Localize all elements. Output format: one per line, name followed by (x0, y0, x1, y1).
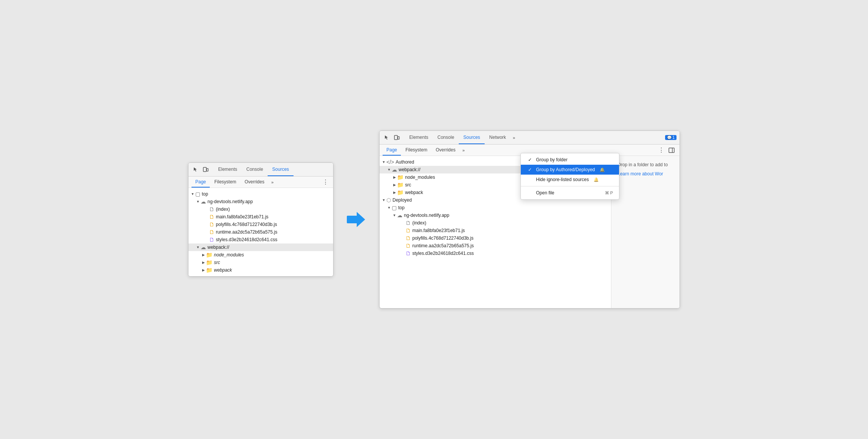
label-webpack: webpack:// (207, 245, 229, 250)
label-netlify: ng-devtools.netlify.app (207, 199, 253, 204)
left-tab-filesystem[interactable]: Filesystem (211, 177, 240, 188)
menu-separator (521, 186, 619, 186)
tree-arrow-r-webpack: ▼ (386, 168, 392, 172)
menu-label-group-authored: Group by Authored/Deployed (536, 167, 595, 172)
file-icon-d-main: 🗋 (405, 227, 411, 234)
right-tab-overrides[interactable]: Overrides (432, 145, 459, 156)
tree-item-d-styles[interactable]: 🗋 styles.d3e2b24618d2c641.css (380, 250, 611, 257)
menu-item-open-file[interactable]: Open file ⌘ P (521, 188, 619, 198)
code-icon-authored: </> (386, 159, 394, 165)
tree-item-d-main[interactable]: 🗋 main.fa8bfa0e23f1eb71.js (380, 227, 611, 234)
right-tab-filesystem[interactable]: Filesystem (402, 145, 431, 156)
right-more-toolbar-tabs[interactable]: » (511, 131, 517, 144)
tree-arrow-r-src: ▶ (392, 183, 397, 187)
label-d-runtime: runtime.aa2dc5a72b65a575.js (412, 243, 474, 248)
tree-item-index[interactable]: 🗋 (index) (188, 205, 333, 213)
svg-rect-3 (398, 137, 399, 139)
tree-arrow-webpack-folder: ▶ (201, 268, 206, 272)
tree-item-d-polyfills[interactable]: 🗋 polyfills.4c768d7122740d3b.js (380, 234, 611, 242)
tree-item-src[interactable]: ▶ 📁 src (188, 259, 333, 266)
label-webpack-folder: webpack (214, 267, 232, 273)
left-file-tree: ▼ ▢ top ▼ ☁ ng-devtools.netlify.app 🗋 (i… (188, 188, 333, 276)
label-r-node-modules: node_modules (405, 175, 435, 180)
tree-item-main-js[interactable]: 🗋 main.fa8bfa0e23f1eb71.js (188, 213, 333, 221)
svg-rect-0 (203, 167, 206, 172)
notification-badge: 💬 1 (665, 135, 677, 140)
menu-label-hide-ignore: Hide ignore-listed sources (536, 177, 589, 182)
tree-arrow-authored: ▼ (381, 160, 386, 164)
arrow-container (345, 210, 368, 229)
menu-item-group-by-folder[interactable]: ✓ Group by folder (521, 155, 619, 165)
menu-item-hide-ignore[interactable]: Hide ignore-listed sources 🔔 (521, 175, 619, 185)
menu-item-group-by-authored[interactable]: ✓ Group by Authored/Deployed 🔔 (521, 165, 619, 175)
tree-arrow-d-netlify: ▼ (392, 213, 397, 217)
tree-item-d-index[interactable]: 🗋 (index) (380, 219, 611, 227)
left-more-tabs-btn[interactable]: » (269, 177, 276, 188)
right-tab-page[interactable]: Page (383, 145, 401, 156)
file-icon-d-styles: 🗋 (405, 250, 411, 256)
tree-arrow-r-webpack-folder: ▶ (392, 191, 397, 194)
tree-arrow-deployed: ▼ (381, 198, 386, 202)
folder-icon-r-node-modules: 📁 (397, 174, 404, 180)
tree-item-d-runtime[interactable]: 🗋 runtime.aa2dc5a72b65a575.js (380, 242, 611, 250)
right-tab-elements[interactable]: Elements (405, 131, 433, 144)
label-d-main: main.fa8bfa0e23f1eb71.js (412, 228, 465, 233)
right-tab-console[interactable]: Console (433, 131, 459, 144)
left-devtools-panel: Elements Console Sources Page Filesystem… (188, 162, 333, 277)
tree-item-webpack-folder[interactable]: ▶ 📁 webpack (188, 266, 333, 274)
left-secondary-toolbar: Page Filesystem Overrides » ⋮ (188, 177, 333, 188)
cloud-icon-d-netlify: ☁ (397, 212, 402, 218)
right-kebab-menu-btn[interactable]: ⋮ (657, 146, 666, 154)
tree-arrow-netlify: ▼ (195, 200, 201, 204)
learn-more-link[interactable]: Learn more about Wor (617, 171, 663, 177)
left-tab-overrides[interactable]: Overrides (241, 177, 268, 188)
tree-item-styles[interactable]: 🗋 styles.d3e2b24618d2c641.css (188, 236, 333, 243)
tree-arrow-node-modules: ▶ (201, 253, 206, 257)
svg-rect-1 (207, 169, 208, 171)
device-icon[interactable] (201, 165, 210, 174)
tree-item-runtime[interactable]: 🗋 runtime.aa2dc5a72b65a575.js (188, 228, 333, 236)
tree-arrow-webpack: ▼ (195, 245, 201, 249)
left-tab-page[interactable]: Page (191, 177, 210, 188)
label-deployed: Deployed (393, 197, 412, 203)
right-more-tabs-btn[interactable]: » (460, 145, 467, 156)
tree-item-webpack[interactable]: ▼ ☁ webpack:// (188, 243, 333, 251)
label-d-netlify: ng-devtools.netlify.app (404, 213, 449, 218)
right-inspect-icon[interactable] (383, 134, 391, 142)
folder-icon-node-modules: 📁 (206, 252, 212, 258)
right-tab-sources[interactable]: Sources (459, 131, 485, 144)
right-toolbar: Elements Console Sources Network » 💬 1 (380, 131, 680, 145)
drop-folder-text: Drop in a folder to add to (617, 162, 673, 167)
tab-console-left[interactable]: Console (242, 163, 268, 176)
right-device-icon[interactable] (393, 134, 401, 142)
tab-sources-left[interactable]: Sources (268, 163, 294, 176)
menu-label-group-folder: Group by folder (536, 157, 568, 162)
tree-item-d-netlify[interactable]: ▼ ☁ ng-devtools.netlify.app (380, 212, 611, 219)
warning-icon-authored: 🔔 (600, 167, 605, 172)
file-icon-d-index: 🗋 (405, 220, 411, 226)
label-styles: styles.d3e2b24618d2c641.css (216, 237, 277, 242)
cloud-icon-r-webpack: ☁ (392, 167, 397, 173)
left-kebab-menu-btn[interactable]: ⋮ (321, 178, 330, 186)
right-tab-network[interactable]: Network (485, 131, 511, 144)
label-d-index: (index) (412, 220, 426, 226)
label-d-polyfills: polyfills.4c768d7122740d3b.js (412, 235, 474, 241)
label-r-src: src (405, 182, 411, 188)
tree-item-polyfills[interactable]: 🗋 polyfills.4c768d7122740d3b.js (188, 221, 333, 228)
tree-item-d-top[interactable]: ▼ ▢ top (380, 204, 611, 212)
tab-elements-left[interactable]: Elements (214, 163, 242, 176)
tree-arrow-d-top: ▼ (386, 206, 392, 210)
left-toolbar-tabs: Elements Console Sources (214, 163, 330, 176)
tree-item-netlify[interactable]: ▼ ☁ ng-devtools.netlify.app (188, 198, 333, 205)
tree-item-node-modules[interactable]: ▶ 📁 node_modules (188, 251, 333, 259)
label-node-modules: node_modules (214, 252, 244, 258)
side-panel-toggle-btn[interactable] (667, 147, 677, 154)
filesystem-section: Drop in a folder to add to Learn more ab… (611, 156, 680, 308)
label-index: (index) (216, 207, 230, 212)
tree-item-top[interactable]: ▼ ▢ top (188, 190, 333, 198)
label-runtime: runtime.aa2dc5a72b65a575.js (216, 229, 277, 235)
label-r-webpack: webpack:// (399, 167, 420, 172)
inspect-icon[interactable] (191, 165, 200, 174)
shortcut-open-file: ⌘ P (605, 191, 613, 196)
screenshot-container: Elements Console Sources Page Filesystem… (188, 130, 680, 309)
